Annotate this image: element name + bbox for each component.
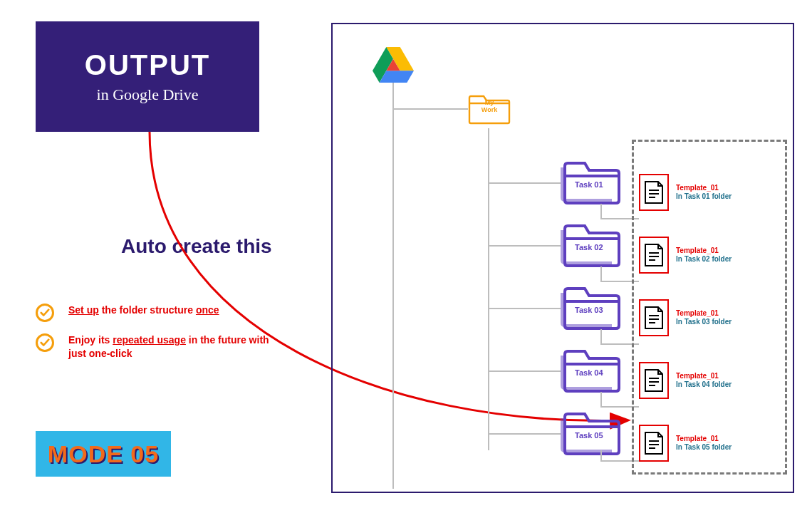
checklist-item: Set up the folder structure once (36, 304, 285, 322)
template-name: Template_01 (676, 184, 732, 193)
folder-mywork: MyWork (468, 90, 511, 128)
template-column: Template_01 In Task 01 folder Template_0… (639, 167, 732, 480)
document-icon (639, 362, 669, 399)
document-icon (639, 425, 669, 462)
template-location: In Task 03 folder (676, 318, 732, 327)
template-name: Template_01 (676, 247, 732, 256)
check-icon (36, 333, 54, 352)
checklist-item: Enjoy its repeated usage in the future w… (36, 333, 285, 361)
folder-task: Task 02 (561, 219, 623, 270)
folder-task-label: Task 01 (575, 180, 603, 189)
template-name: Template_01 (676, 309, 732, 318)
folder-task: Task 03 (561, 281, 623, 333)
google-drive-icon (373, 47, 414, 85)
folder-task-label: Task 03 (575, 306, 603, 314)
checklist: Set up the folder structure once Enjoy i… (36, 304, 285, 372)
mode-badge: MODE 05 (36, 431, 171, 477)
folder-mywork-label: MyWork (482, 100, 497, 114)
template-location: In Task 01 folder (676, 192, 732, 202)
folder-task: Task 05 (561, 407, 623, 458)
diagram-frame: MyWork Task 01 Task 02 (331, 23, 794, 493)
folder-task: Task 01 (561, 156, 623, 207)
task-folder-column: Task 01 Task 02 Task 03 Task (561, 156, 623, 470)
checklist-text: Set up the folder structure once (68, 304, 219, 317)
document-icon (639, 237, 669, 274)
check-icon (36, 304, 54, 322)
template-item: Template_01 In Task 05 folder (639, 418, 732, 469)
template-item: Template_01 In Task 04 folder (639, 355, 732, 406)
folder-task-label: Task 04 (575, 368, 603, 377)
folder-task-label: Task 05 (575, 431, 603, 440)
folder-task-label: Task 02 (575, 243, 603, 252)
template-name: Template_01 (676, 372, 732, 381)
mode-badge-label: MODE 05 (48, 440, 159, 468)
document-icon (639, 174, 669, 211)
output-title: OUTPUT (85, 49, 210, 81)
template-name: Template_01 (676, 435, 732, 444)
template-location: In Task 02 folder (676, 255, 732, 264)
checklist-text: Enjoy its repeated usage in the future w… (68, 333, 285, 361)
template-item: Template_01 In Task 03 folder (639, 292, 732, 343)
template-labels: Template_01 In Task 05 folder (676, 435, 732, 452)
template-labels: Template_01 In Task 02 folder (676, 247, 732, 264)
tagline: Auto create this (121, 235, 272, 258)
output-header-box: OUTPUT in Google Drive (36, 21, 259, 132)
folder-task: Task 04 (561, 344, 623, 395)
template-labels: Template_01 In Task 01 folder (676, 184, 732, 202)
output-subtitle: in Google Drive (97, 85, 199, 104)
template-item: Template_01 In Task 02 folder (639, 229, 732, 281)
template-location: In Task 05 folder (676, 443, 732, 452)
template-labels: Template_01 In Task 03 folder (676, 309, 732, 327)
template-item: Template_01 In Task 01 folder (639, 167, 732, 218)
template-labels: Template_01 In Task 04 folder (676, 372, 732, 390)
document-icon (639, 299, 669, 336)
template-location: In Task 04 folder (676, 380, 732, 390)
